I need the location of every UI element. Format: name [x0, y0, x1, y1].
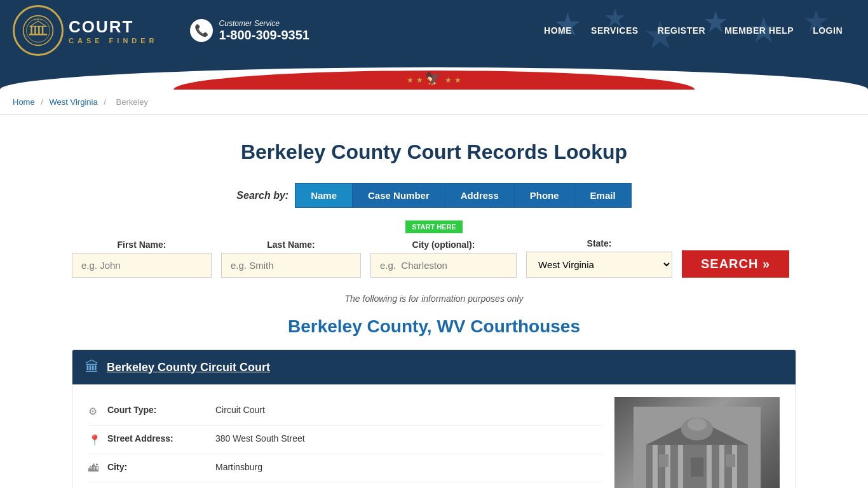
breadcrumb-county: Berkeley [116, 97, 149, 107]
logo-text: COURT CASE FINDER [69, 17, 158, 44]
nav-home[interactable]: HOME [544, 25, 572, 36]
svg-rect-21 [659, 454, 668, 467]
address-icon: 📍 [88, 434, 107, 446]
city-row: 🏙 City: Martinsburg [88, 454, 602, 482]
breadcrumb-sep2: / [104, 97, 108, 107]
tab-name[interactable]: Name [295, 183, 352, 208]
breadcrumb-state[interactable]: West Virginia [50, 97, 98, 107]
site-header: ★ ★ ★ COURT CASE FINDER 📞 Customer Servi… [0, 0, 868, 90]
svg-rect-20 [691, 458, 703, 477]
court-card: 🏛 Berkeley County Circuit Court ⚙ Court … [72, 349, 796, 488]
court-details: ⚙ Court Type: Circuit Court 📍 Street Add… [72, 384, 796, 488]
search-form-container: START HERE First Name: Last Name: City (… [72, 208, 796, 284]
svg-point-13 [688, 418, 707, 431]
court-name-link[interactable]: Berkeley County Circuit Court [107, 361, 270, 374]
logo-badge: ★ ★ ★ [13, 5, 64, 56]
city-detail-value: Martinsburg [215, 462, 262, 472]
svg-rect-18 [719, 445, 724, 488]
first-name-input[interactable] [72, 253, 212, 278]
svg-marker-7 [31, 21, 46, 26]
tab-address[interactable]: Address [445, 183, 514, 208]
logo-area: ★ ★ ★ COURT CASE FINDER [13, 5, 158, 56]
search-button[interactable]: SEARCH » [682, 250, 789, 278]
state-group: State: West Virginia Alabama Alaska Ariz… [526, 238, 672, 278]
info-text: The following is for information purpose… [72, 294, 796, 304]
courthouses-heading: Berkeley County, WV Courthouses [72, 316, 796, 337]
court-type-label: Court Type: [107, 405, 215, 415]
tab-phone[interactable]: Phone [514, 183, 574, 208]
phone-icon: 📞 [190, 19, 213, 42]
breadcrumb-sep1: / [41, 97, 45, 107]
cs-label: Customer Service [219, 19, 309, 28]
main-content: Berkeley County Court Records Lookup Sea… [59, 115, 809, 488]
court-type-icon: ⚙ [88, 405, 107, 417]
logo-case-finder: CASE FINDER [69, 37, 158, 44]
city-group: City (optional): [370, 240, 517, 278]
city-label: City (optional): [370, 240, 517, 250]
header-wave: ★ ★ 🦅 ★ ★ [0, 61, 868, 90]
court-type-value: Circuit Court [215, 405, 265, 415]
first-name-label: First Name: [72, 240, 212, 250]
cs-text: Customer Service 1-800-309-9351 [219, 19, 309, 43]
street-address-label: Street Address: [107, 433, 215, 444]
state-select[interactable]: West Virginia Alabama Alaska Arizona Cal… [526, 252, 672, 278]
last-name-label: Last Name: [221, 240, 361, 250]
svg-rect-2 [31, 26, 32, 34]
search-section: Search by: Name Case Number Address Phon… [72, 183, 796, 304]
svg-rect-17 [707, 445, 712, 488]
street-address-value: 380 West South Street [215, 433, 305, 444]
start-here-badge: START HERE [405, 220, 462, 233]
court-building-icon: 🏛 [85, 359, 99, 376]
search-tabs-row: Search by: Name Case Number Address Phon… [72, 183, 796, 208]
court-card-header: 🏛 Berkeley County Circuit Court [72, 350, 796, 384]
svg-rect-14 [653, 445, 658, 488]
first-name-group: First Name: [72, 240, 212, 278]
breadcrumb-home[interactable]: Home [13, 97, 35, 107]
state-label: State: [526, 238, 672, 248]
city-detail-label: City: [107, 462, 215, 472]
svg-rect-16 [678, 445, 683, 488]
svg-rect-22 [726, 454, 735, 467]
city-input[interactable] [370, 253, 517, 278]
court-image [614, 397, 780, 488]
cs-phone: 1-800-309-9351 [219, 28, 309, 43]
svg-rect-3 [34, 26, 36, 34]
logo-court: COURT [69, 17, 158, 37]
tab-email[interactable]: Email [574, 183, 632, 208]
nav-login[interactable]: LOGIN [813, 25, 843, 36]
court-image-placeholder [614, 397, 780, 488]
nav-member-help[interactable]: MEMBER HELP [724, 25, 794, 36]
city-icon: 🏙 [88, 463, 107, 474]
svg-text:★ ★ ★: ★ ★ ★ [34, 18, 43, 21]
nav-register[interactable]: REGISTER [658, 25, 706, 36]
svg-rect-5 [42, 26, 43, 34]
main-nav: HOME SERVICES REGISTER MEMBER HELP LOGIN [544, 25, 855, 36]
tab-case-number[interactable]: Case Number [352, 183, 445, 208]
search-by-label: Search by: [236, 190, 288, 201]
breadcrumb: Home / West Virginia / Berkeley [0, 90, 868, 115]
street-address-row: 📍 Street Address: 380 West South Street [88, 426, 602, 454]
court-type-row: ⚙ Court Type: Circuit Court [88, 397, 602, 426]
last-name-group: Last Name: [221, 240, 361, 278]
nav-services[interactable]: SERVICES [591, 25, 639, 36]
eagle-center: ★ ★ 🦅 ★ ★ [407, 70, 461, 86]
page-title: Berkeley County Court Records Lookup [72, 140, 796, 164]
svg-rect-6 [29, 34, 47, 36]
court-info: ⚙ Court Type: Circuit Court 📍 Street Add… [88, 397, 602, 488]
svg-rect-4 [38, 26, 40, 34]
last-name-input[interactable] [221, 253, 361, 278]
customer-service: 📞 Customer Service 1-800-309-9351 [190, 19, 309, 43]
search-form-row: First Name: Last Name: City (optional): … [72, 238, 796, 278]
